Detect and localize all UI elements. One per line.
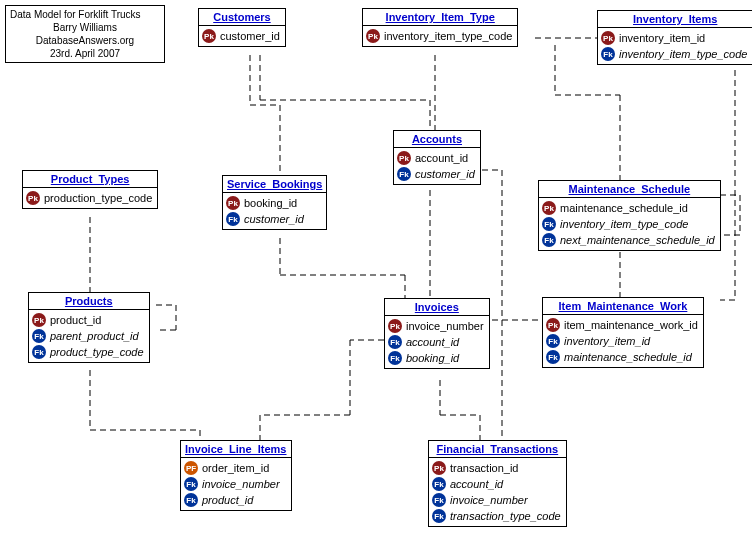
attribute-name: booking_id <box>406 352 459 364</box>
entity-accounts: AccountsPkaccount_idFkcustomer_id <box>393 130 481 185</box>
entity-attribute: Fkmaintenance_schedule_id <box>543 349 703 365</box>
foreign-key-icon: Fk <box>388 351 402 365</box>
entity-products: ProductsPkproduct_idFkparent_product_idF… <box>28 292 150 363</box>
attribute-name: inventory_item_type_code <box>560 218 688 230</box>
attribute-name: maintenance_schedule_id <box>564 351 692 363</box>
title-box: Data Model for Forklift Trucks Barry Wil… <box>5 5 165 63</box>
entity-attribute: Pkitem_maintenance_work_id <box>543 317 703 333</box>
primary-key-icon: Pk <box>542 201 556 215</box>
info-line-3: DatabaseAnswers.org <box>10 34 160 47</box>
entity-attribute: Pkaccount_id <box>394 150 480 166</box>
attribute-name: inventory_item_type_code <box>619 48 747 60</box>
attribute-name: product_type_code <box>50 346 144 358</box>
entity-title: Financial_Transactions <box>429 441 566 458</box>
foreign-key-icon: Fk <box>397 167 411 181</box>
entity-attribute: Pkinventory_item_type_code <box>363 28 517 44</box>
entity-maintenance-schedule: Maintenance_SchedulePkmaintenance_schedu… <box>538 180 721 251</box>
foreign-key-icon: Fk <box>432 477 446 491</box>
foreign-key-icon: Fk <box>546 350 560 364</box>
entity-attribute: Fkcustomer_id <box>223 211 326 227</box>
entity-title: Invoices <box>385 299 489 316</box>
attribute-name: item_maintenance_work_id <box>564 319 698 331</box>
entity-attribute: Fkinvoice_number <box>181 476 291 492</box>
foreign-key-icon: Fk <box>226 212 240 226</box>
entity-attribute: Fktransaction_type_code <box>429 508 566 524</box>
entity-title: Inventory_Items <box>598 11 752 28</box>
primary-key-icon: Pk <box>388 319 402 333</box>
entity-attribute: Fkaccount_id <box>429 476 566 492</box>
foreign-key-icon: Fk <box>184 493 198 507</box>
entity-attribute: Fkcustomer_id <box>394 166 480 182</box>
foreign-key-icon: Fk <box>32 329 46 343</box>
entity-attribute: Pkbooking_id <box>223 195 326 211</box>
attribute-name: customer_id <box>220 30 280 42</box>
entity-title: Inventory_Item_Type <box>363 9 517 26</box>
foreign-key-icon: Fk <box>388 335 402 349</box>
relationship-lines <box>0 0 752 549</box>
primary-key-icon: Pk <box>202 29 216 43</box>
entity-title: Product_Types <box>23 171 157 188</box>
attribute-name: invoice_number <box>406 320 484 332</box>
primary-key-icon: Pk <box>546 318 560 332</box>
entity-invoices: InvoicesPkinvoice_numberFkaccount_idFkbo… <box>384 298 490 369</box>
foreign-key-icon: Fk <box>542 217 556 231</box>
attribute-name: invoice_number <box>202 478 280 490</box>
entity-attribute: Pkinventory_item_id <box>598 30 752 46</box>
entity-attribute: Fkproduct_id <box>181 492 291 508</box>
primary-key-icon: Pk <box>226 196 240 210</box>
attribute-name: customer_id <box>415 168 475 180</box>
attribute-name: account_id <box>450 478 503 490</box>
primary-key-icon: Pk <box>32 313 46 327</box>
foreign-key-icon: Fk <box>601 47 615 61</box>
entity-title: Item_Maintenance_Work <box>543 298 703 315</box>
entity-financial-transactions: Financial_TransactionsPktransaction_idFk… <box>428 440 567 527</box>
entity-attribute: PForder_item_id <box>181 460 291 476</box>
foreign-key-icon: Fk <box>432 493 446 507</box>
primary-key-icon: Pk <box>366 29 380 43</box>
entity-attribute: Fkparent_product_id <box>29 328 149 344</box>
attribute-name: inventory_item_type_code <box>384 30 512 42</box>
entity-attribute: Fkinventory_item_type_code <box>539 216 720 232</box>
entity-attribute: Fkproduct_type_code <box>29 344 149 360</box>
entity-attribute: Pkmaintenance_schedule_id <box>539 200 720 216</box>
entity-title: Products <box>29 293 149 310</box>
attribute-name: booking_id <box>244 197 297 209</box>
foreign-key-icon: Fk <box>432 509 446 523</box>
foreign-key-icon: Fk <box>32 345 46 359</box>
entity-attribute: Pkproduction_type_code <box>23 190 157 206</box>
attribute-name: transaction_type_code <box>450 510 561 522</box>
foreign-key-icon: Fk <box>184 477 198 491</box>
primary-key-icon: Pk <box>601 31 615 45</box>
attribute-name: account_id <box>415 152 468 164</box>
attribute-name: transaction_id <box>450 462 519 474</box>
entity-attribute: Pkproduct_id <box>29 312 149 328</box>
foreign-key-icon: Fk <box>546 334 560 348</box>
entity-inventory-item-type: Inventory_Item_TypePkinventory_item_type… <box>362 8 518 47</box>
entity-attribute: Fkinventory_item_type_code <box>598 46 752 62</box>
foreign-key-icon: Fk <box>542 233 556 247</box>
primary-key-icon: Pk <box>432 461 446 475</box>
entity-title: Invoice_Line_Items <box>181 441 291 458</box>
entity-attribute: Pkcustomer_id <box>199 28 285 44</box>
primary-key-icon: Pk <box>26 191 40 205</box>
attribute-name: product_id <box>202 494 253 506</box>
entity-attribute: Pktransaction_id <box>429 460 566 476</box>
entity-inventory-items: Inventory_ItemsPkinventory_item_idFkinve… <box>597 10 752 65</box>
attribute-name: product_id <box>50 314 101 326</box>
entity-title: Customers <box>199 9 285 26</box>
entity-invoice-line-items: Invoice_Line_ItemsPForder_item_idFkinvoi… <box>180 440 292 511</box>
attribute-name: parent_product_id <box>50 330 139 342</box>
attribute-name: maintenance_schedule_id <box>560 202 688 214</box>
attribute-name: invoice_number <box>450 494 528 506</box>
primary-key-icon: Pk <box>397 151 411 165</box>
entity-attribute: Fkinventory_item_id <box>543 333 703 349</box>
entity-title: Maintenance_Schedule <box>539 181 720 198</box>
entity-attribute: Fkinvoice_number <box>429 492 566 508</box>
entity-attribute: Fknext_maintenance_schedule_id <box>539 232 720 248</box>
entity-customers: CustomersPkcustomer_id <box>198 8 286 47</box>
info-line-2: Barry Williams <box>10 21 160 34</box>
attribute-name: order_item_id <box>202 462 269 474</box>
entity-product-types: Product_TypesPkproduction_type_code <box>22 170 158 209</box>
attribute-name: next_maintenance_schedule_id <box>560 234 715 246</box>
entity-title: Service_Bookings <box>223 176 326 193</box>
